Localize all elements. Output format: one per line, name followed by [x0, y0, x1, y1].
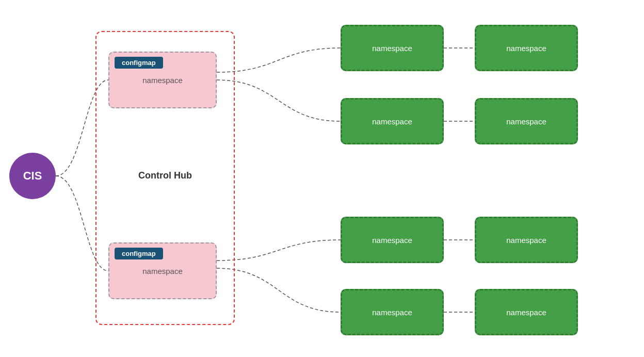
namespace-green-7: namespace [341, 289, 444, 335]
configmap-badge-top: configmap [115, 57, 163, 69]
cis-label: CIS [23, 169, 42, 183]
namespace-green-4: namespace [475, 98, 578, 144]
namespace-green-5: namespace [341, 217, 444, 263]
namespace-green-1: namespace [341, 25, 444, 71]
namespace-green-3: namespace [341, 98, 444, 144]
namespace-green-8: namespace [475, 289, 578, 335]
namespace-green-2: namespace [475, 25, 578, 71]
configmap-badge-bottom: configmap [115, 248, 163, 259]
namespace-pink-top: configmap namespace [108, 52, 217, 108]
control-hub-label: Control Hub [95, 170, 235, 181]
namespace-pink-bottom: configmap namespace [108, 242, 217, 299]
ns-pink-top-label: namespace [142, 76, 183, 85]
ns-pink-bottom-label: namespace [142, 267, 183, 275]
namespace-green-6: namespace [475, 217, 578, 263]
cis-node: CIS [9, 153, 56, 199]
diagram-container: CIS Control Hub configmap namespace conf… [0, 0, 644, 357]
